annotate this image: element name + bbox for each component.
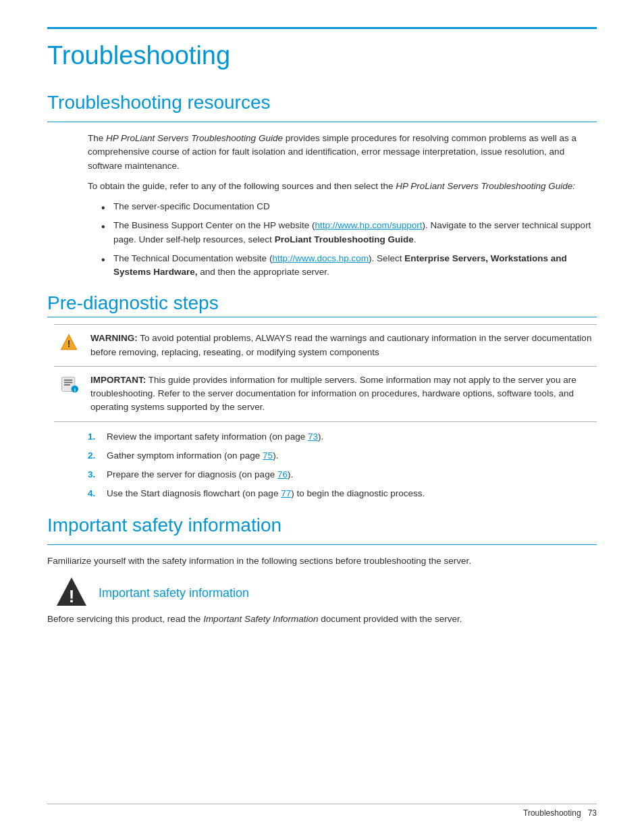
- svg-text:!: !: [69, 586, 75, 606]
- top-rule: [47, 27, 597, 29]
- footer-page: 73: [588, 808, 597, 818]
- step4-text: Use the Start diagnosis flowchart (on pa…: [107, 488, 425, 498]
- footer-text: Troubleshooting 73: [523, 808, 597, 818]
- safety-body-text: Before servicing this product, read the …: [47, 613, 597, 626]
- important-text: This guide provides information for mult…: [90, 375, 576, 413]
- footer-label: Troubleshooting: [523, 808, 581, 818]
- prediag-rule: [47, 317, 597, 317]
- step4-link[interactable]: 77: [281, 488, 291, 498]
- step3-link[interactable]: 76: [277, 469, 288, 479]
- resources-para1: The HP ProLiant Servers Troubleshooting …: [88, 132, 597, 173]
- important-note-icon: i: [59, 375, 78, 394]
- list-item: Gather symptom information (on page 75).: [88, 449, 597, 463]
- prediagnostic-section: Pre-diagnostic steps ! WARNING: To avoid…: [47, 292, 597, 500]
- safety-intro: Familiarize yourself with the safety inf…: [47, 554, 597, 568]
- list-item: The Business Support Center on the HP we…: [101, 219, 597, 246]
- svg-text:i: i: [74, 386, 76, 392]
- warning-text: To avoid potential problems, ALWAYS read…: [90, 333, 591, 357]
- warning-triangle-icon: !: [59, 333, 78, 352]
- section-heading-resources: Troubleshooting resources: [47, 92, 597, 113]
- svg-rect-5: [64, 384, 70, 386]
- bullet-text-2: The Business Support Center on the HP we…: [113, 220, 591, 244]
- prediag-heading-wrap: Pre-diagnostic steps: [47, 292, 597, 317]
- safety-italic: Important Safety Information: [203, 614, 318, 624]
- list-item: Review the important safety information …: [88, 430, 597, 444]
- svg-text:!: !: [68, 338, 71, 349]
- resources-italic2: HP ProLiant Servers Troubleshooting Guid…: [396, 181, 575, 191]
- important-icon-container: i: [54, 373, 84, 394]
- important-content: IMPORTANT: This guide provides informati…: [90, 373, 597, 415]
- svg-rect-4: [64, 382, 72, 383]
- warning-icon-container: !: [54, 332, 84, 352]
- prediag-steps-list: Review the important safety information …: [88, 430, 597, 501]
- list-item: Use the Start diagnosis flowchart (on pa…: [88, 487, 597, 500]
- warning-label: WARNING:: [90, 333, 138, 343]
- section-heading-prediag: Pre-diagnostic steps: [47, 292, 597, 314]
- step3-text: Prepare the server for diagnosis (on pag…: [107, 469, 293, 479]
- important-label: IMPORTANT:: [90, 375, 146, 385]
- page-title: Troubleshooting: [47, 41, 597, 70]
- warning-notice: ! WARNING: To avoid potential problems, …: [54, 324, 597, 367]
- hp-docs-link[interactable]: http://www.docs.hp.com: [272, 253, 369, 263]
- page-footer: Troubleshooting 73: [47, 804, 597, 818]
- warning-content: WARNING: To avoid potential problems, AL…: [90, 332, 597, 359]
- step1-text: Review the important safety information …: [107, 432, 323, 442]
- bullet-text-3: The Technical Documentation website (htt…: [113, 253, 567, 277]
- resources-para2: To obtain the guide, refer to any of the…: [88, 180, 597, 193]
- step2-link[interactable]: 75: [263, 450, 273, 461]
- svg-rect-3: [64, 380, 72, 381]
- safety-subsection-heading: Important safety information: [99, 579, 249, 600]
- list-item: Prepare the server for diagnosis (on pag…: [88, 468, 597, 481]
- section-heading-safety: Important safety information: [47, 515, 597, 536]
- resources-italic1: HP ProLiant Servers Troubleshooting Guid…: [106, 133, 283, 143]
- safety-divider: [47, 544, 597, 545]
- step2-text: Gather symptom information (on page 75).: [107, 450, 278, 461]
- important-safety-section: Important safety information Familiarize…: [47, 515, 597, 627]
- safety-icon-row: ! Important safety information: [54, 575, 597, 610]
- list-item: The server-specific Documentation CD: [101, 200, 597, 213]
- bullet-text-1: The server-specific Documentation CD: [113, 201, 270, 211]
- safety-large-icon: !: [54, 575, 89, 610]
- proliant-bold: ProLiant Troubleshooting Guide: [275, 234, 414, 244]
- step1-link[interactable]: 73: [308, 432, 318, 442]
- list-item: The Technical Documentation website (htt…: [101, 252, 597, 280]
- hp-support-link[interactable]: http://www.hp.com/support: [315, 220, 422, 230]
- resources-bullet-list: The server-specific Documentation CD The…: [101, 200, 597, 279]
- important-notice: i IMPORTANT: This guide provides informa…: [54, 367, 597, 422]
- troubleshooting-resources-section: Troubleshooting resources The HP ProLian…: [47, 92, 597, 279]
- resources-divider: [47, 122, 597, 122]
